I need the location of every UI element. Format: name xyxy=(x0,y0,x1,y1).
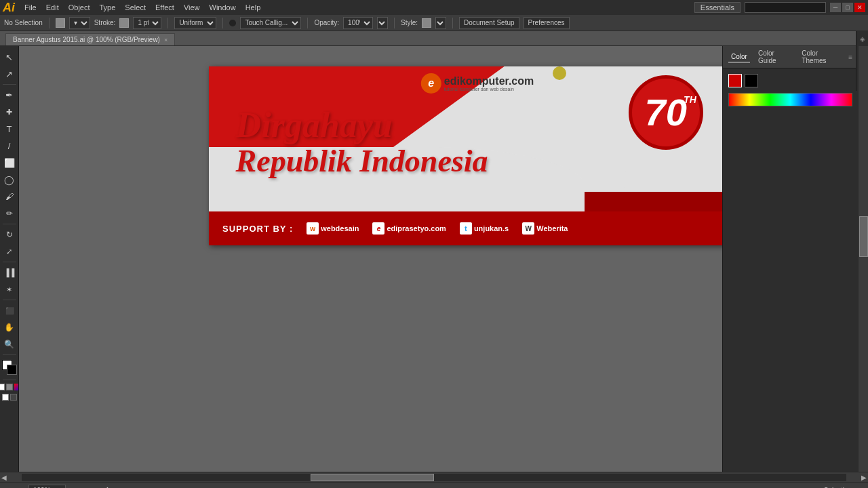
color-guide-tab[interactable]: Color Guide xyxy=(755,48,793,66)
menu-object[interactable]: Object xyxy=(64,2,94,13)
doc-setup-button[interactable]: Document Setup xyxy=(459,17,519,29)
divider5 xyxy=(394,18,395,28)
tab-filename: Banner Agustus 2015.ai @ 100% (RGB/Previ… xyxy=(13,36,160,43)
zoom-select[interactable]: 100% xyxy=(28,485,66,489)
zoom-tool[interactable]: 🔍 xyxy=(1,336,18,352)
banner-number: 70 TH xyxy=(644,94,686,131)
symbol-tool[interactable]: ✶ xyxy=(1,281,18,298)
tool-divider5 xyxy=(3,354,16,355)
right-panel: Color Color Guide Color Themes ≡ ◈ ◉ ⬡ ▣ xyxy=(722,46,858,472)
red-swatch[interactable] xyxy=(728,74,742,87)
banner-main-text: Dirgahayu Republik Indonesia xyxy=(236,106,488,179)
type-tool[interactable]: T xyxy=(1,121,18,137)
stroke-label: Stroke: xyxy=(94,19,116,26)
preferences-button[interactable]: Preferences xyxy=(524,17,570,29)
brush-select[interactable]: Touch Callig... xyxy=(240,17,301,29)
color-themes-tab[interactable]: Color Themes xyxy=(799,48,843,66)
ellipse-tool[interactable]: ◯ xyxy=(1,171,18,188)
hand-tool[interactable]: ✋ xyxy=(1,319,18,336)
stroke-weight[interactable]: 1 pt xyxy=(133,17,161,29)
paintbrush-tool[interactable]: 🖌 xyxy=(1,188,18,205)
canvas-area[interactable]: e edikomputer.com tutorial komputer dan … xyxy=(19,46,722,472)
logo-circle: e xyxy=(421,73,441,94)
sponsor2-icon: e xyxy=(372,222,384,235)
background-color[interactable] xyxy=(7,365,17,375)
black-swatch[interactable] xyxy=(745,74,758,87)
logo-site-name: edikomputer.com xyxy=(444,75,534,87)
tab-bar: Banner Agustus 2015.ai @ 100% (RGB/Previ… xyxy=(0,31,868,46)
rect-tool[interactable]: ⬜ xyxy=(1,155,18,171)
menu-window[interactable]: Window xyxy=(205,2,240,13)
banner-70-circle: 70 TH xyxy=(629,75,703,150)
file-tab[interactable]: Banner Agustus 2015.ai @ 100% (RGB/Previ… xyxy=(5,33,175,45)
opacity-select[interactable]: 100% xyxy=(343,17,373,29)
minimize-button[interactable]: ─ xyxy=(830,3,841,12)
panel-close-button[interactable]: ≡ xyxy=(848,54,852,61)
fill-normal[interactable] xyxy=(2,394,9,401)
horizontal-scrollbar[interactable]: ◀ ▶ xyxy=(0,472,868,482)
sponsor-logos: w webdesain e ediprasetyo.com t unjukan.… xyxy=(307,222,568,235)
select-tool[interactable]: ↖ xyxy=(1,49,18,65)
vertical-scrollbar[interactable] xyxy=(858,46,868,472)
fill-select[interactable]: ▾ xyxy=(69,17,90,29)
color-spectrum[interactable] xyxy=(728,93,852,106)
rotate-tool[interactable]: ↻ xyxy=(1,226,18,243)
banner-support-bar: SUPPORT BY : w webdesain e ediprasetyo.c… xyxy=(209,211,722,245)
bar-graph-tool[interactable]: ▐▐ xyxy=(1,264,18,281)
style-select[interactable]: ▾ xyxy=(435,17,446,29)
banner-container: e edikomputer.com tutorial komputer dan … xyxy=(209,66,722,245)
fill-outline[interactable] xyxy=(10,394,17,401)
h-scroll-track[interactable] xyxy=(22,474,846,481)
menu-view[interactable]: View xyxy=(180,2,204,13)
add-anchor-tool[interactable]: ✚ xyxy=(1,104,18,120)
menu-edit[interactable]: Edit xyxy=(42,2,63,13)
no-selection-label: No Selection xyxy=(4,19,43,26)
h-scroll-thumb[interactable] xyxy=(311,474,434,481)
pen-tool[interactable]: ✒ xyxy=(1,87,18,103)
tool-divider4 xyxy=(3,300,16,300)
white-swatch[interactable] xyxy=(0,384,5,390)
color-tab[interactable]: Color xyxy=(728,52,750,63)
search-input[interactable] xyxy=(745,2,826,13)
tool-divider1 xyxy=(3,84,16,85)
logo-subtext: tutorial komputer dan web desain xyxy=(444,87,534,92)
menu-file[interactable]: File xyxy=(20,2,41,13)
stroke-uniform[interactable]: Uniform xyxy=(174,17,216,29)
close-button[interactable]: ✕ xyxy=(854,3,865,12)
next-canvas-button[interactable]: ▶ xyxy=(861,474,867,481)
pencil-tool[interactable]: ✏ xyxy=(1,205,18,222)
menu-effect[interactable]: Effect xyxy=(151,2,178,13)
sponsor1-icon: w xyxy=(307,222,319,235)
v-scroll-thumb[interactable] xyxy=(859,216,868,257)
gray-swatch[interactable] xyxy=(6,384,13,390)
banner-line2: Republik Indonesia xyxy=(236,144,488,179)
direct-select-tool[interactable]: ↗ xyxy=(1,66,18,82)
brush-swatch xyxy=(229,20,236,26)
app-logo: Ai xyxy=(3,1,15,14)
panel-icon-1[interactable]: ◈ xyxy=(856,31,868,46)
style-swatch[interactable] xyxy=(422,18,431,28)
line-tool[interactable]: / xyxy=(1,138,18,154)
artboard-tool[interactable]: ⬛ xyxy=(1,302,18,319)
scale-tool[interactable]: ⤢ xyxy=(1,243,18,260)
menu-type[interactable]: Type xyxy=(96,2,120,13)
menu-help[interactable]: Help xyxy=(241,2,265,13)
banner-line1: Dirgahayu xyxy=(236,106,488,144)
divider3 xyxy=(222,18,223,28)
support-label: SUPPORT BY : xyxy=(222,224,293,234)
divider6 xyxy=(452,18,453,28)
banner-logo: e edikomputer.com tutorial komputer dan … xyxy=(421,73,534,94)
fill-swatch[interactable] xyxy=(56,18,65,28)
gradient-swatch[interactable] xyxy=(14,384,20,390)
tool-divider2 xyxy=(3,224,16,224)
stroke-swatch[interactable] xyxy=(119,18,129,28)
opacity-mode[interactable]: ▾ xyxy=(377,17,388,29)
essentials-dropdown[interactable]: Essentials xyxy=(694,2,741,13)
color-boxes[interactable] xyxy=(2,360,17,375)
prev-canvas-button[interactable]: ◀ xyxy=(1,474,7,481)
tab-close-button[interactable]: × xyxy=(164,37,167,43)
menu-select[interactable]: Select xyxy=(121,2,150,13)
maximize-button[interactable]: □ xyxy=(842,3,853,12)
divider4 xyxy=(307,18,308,28)
color-swatches xyxy=(723,68,858,93)
